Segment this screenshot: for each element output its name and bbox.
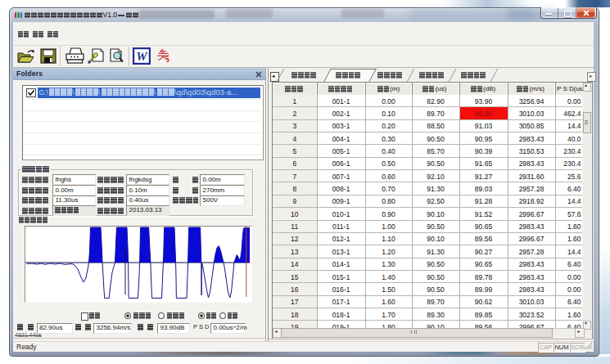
- svg-text:W: W: [136, 50, 148, 63]
